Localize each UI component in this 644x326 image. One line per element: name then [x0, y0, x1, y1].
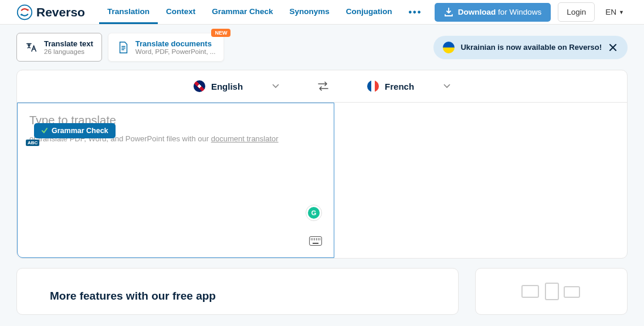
translation-panel: English French Type to translate or tran… — [16, 70, 628, 259]
tab-translate-documents[interactable]: Translate documents Word, PDF, PowerPoin… — [108, 33, 225, 62]
target-text-output — [334, 103, 627, 258]
ukraine-flag-icon — [443, 42, 455, 53]
check-icon — [41, 127, 48, 134]
nav-more[interactable]: ••• — [400, 0, 430, 24]
svg-marker-2 — [20, 14, 22, 16]
france-flag-icon — [367, 80, 379, 92]
svg-rect-5 — [564, 287, 579, 297]
download-button[interactable]: Download for Windows — [435, 3, 551, 22]
nav-translation[interactable]: Translation — [99, 0, 158, 24]
virtual-keyboard-button[interactable] — [309, 236, 322, 246]
nav-context[interactable]: Context — [158, 0, 204, 24]
svg-rect-4 — [545, 283, 558, 300]
tab-translate-text[interactable]: Translate text 26 languages — [16, 33, 102, 62]
features-illustration — [475, 268, 628, 315]
features-title: More features with our free app — [50, 290, 425, 303]
source-language-selector[interactable]: English — [164, 80, 309, 92]
svg-marker-1 — [28, 8, 29, 10]
download-icon — [444, 8, 453, 17]
ui-language-selector[interactable]: EN ▼ — [602, 5, 628, 19]
nav-conjugation[interactable]: Conjugation — [338, 0, 401, 24]
tab-text-sub: 26 languages — [44, 48, 93, 55]
document-translator-link[interactable]: document translator — [211, 134, 279, 143]
announcement-banner[interactable]: Ukrainian is now available on Reverso! — [433, 36, 628, 59]
close-icon[interactable] — [608, 42, 618, 53]
grammar-check-button[interactable]: Grammar Check — [34, 123, 116, 138]
source-text-input[interactable]: Type to translate or translate PDF, Word… — [17, 103, 334, 258]
nav-synonyms[interactable]: Synonyms — [281, 0, 337, 24]
logo-icon — [16, 4, 33, 21]
svg-point-0 — [18, 5, 32, 19]
document-icon — [117, 41, 130, 54]
translate-text-icon — [25, 41, 38, 54]
chevron-down-icon — [272, 84, 279, 89]
main-nav: Translation Context Grammar Check Synony… — [99, 0, 430, 24]
tab-docs-title: Translate documents — [135, 39, 216, 48]
chevron-down-icon — [443, 84, 450, 89]
new-badge: NEW — [211, 29, 231, 37]
tab-docs-sub: Word, PDF, PowerPoint, ... — [135, 48, 216, 55]
chevron-down-icon: ▼ — [619, 9, 624, 15]
features-card: More features with our free app — [16, 268, 459, 315]
nav-grammar[interactable]: Grammar Check — [204, 0, 281, 24]
abc-badge: ABC — [26, 140, 39, 146]
tab-text-title: Translate text — [44, 39, 93, 48]
target-language-selector[interactable]: French — [338, 80, 480, 92]
uk-flag-icon — [194, 80, 205, 92]
svg-rect-3 — [522, 286, 538, 297]
logo-text: Reverso — [36, 5, 85, 19]
login-button[interactable]: Login — [558, 2, 595, 22]
grammarly-icon[interactable]: G — [306, 205, 322, 221]
swap-languages-button[interactable] — [309, 81, 338, 91]
logo[interactable]: Reverso — [16, 4, 85, 21]
